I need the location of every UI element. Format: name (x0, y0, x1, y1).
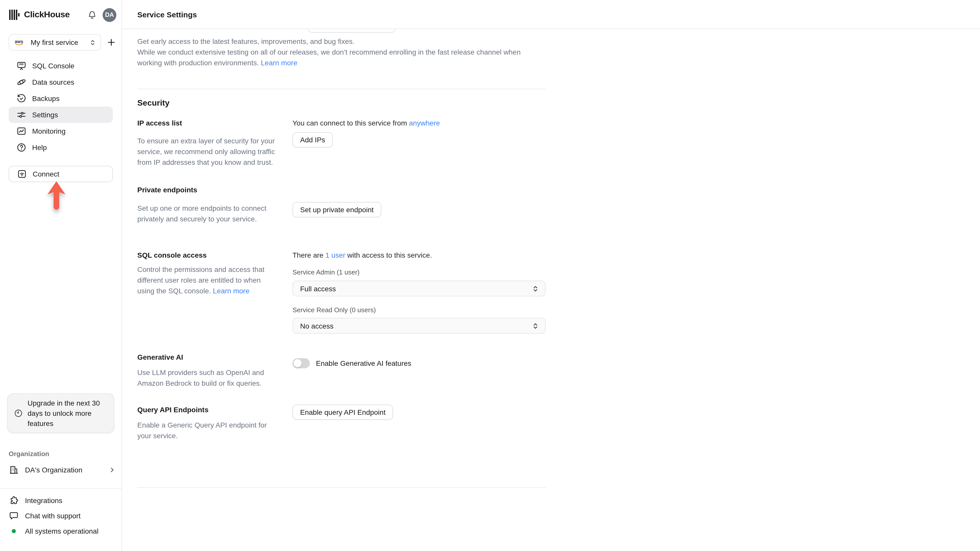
section-divider (137, 89, 546, 89)
footer-item-label: Chat with support (25, 512, 81, 520)
sidebar-item-label: Backups (32, 94, 59, 103)
footer-item-label: Integrations (25, 496, 62, 505)
chevron-right-icon (108, 466, 116, 474)
organization-switcher[interactable]: DA's Organization (9, 464, 116, 476)
plus-icon (106, 37, 116, 48)
puzzle-icon (9, 495, 19, 506)
sql-console-access-section: SQL console access Control the permissio… (137, 250, 546, 333)
sql-access-learn-more-link[interactable]: Learn more (213, 287, 249, 295)
status-label: All systems operational (25, 527, 99, 535)
ip-access-status: You can connect to this service from any… (293, 118, 546, 128)
sidebar-item-data-sources[interactable]: Data sources (9, 74, 113, 90)
sidebar-item-label: Monitoring (32, 127, 65, 135)
add-service-button[interactable] (106, 37, 116, 48)
avatar[interactable]: DA (103, 8, 116, 22)
sql-console-icon (16, 61, 27, 71)
service-admin-label: Service Admin (1 user) (293, 268, 546, 277)
sidebar-item-sql-console[interactable]: SQL Console (9, 58, 113, 74)
connect-label: Connect (33, 170, 59, 178)
user-count-link[interactable]: 1 user (325, 251, 345, 259)
main-panel: Service Settings Get early access to the… (122, 0, 980, 551)
brand-name: ClickHouse (24, 10, 70, 20)
private-endpoints-description: Set up one or more endpoints to connect … (137, 203, 276, 224)
monitoring-chart-icon (16, 126, 27, 136)
service-admin-select[interactable]: Full access (293, 281, 546, 297)
release-channel-summary: Get early access to the latest features,… (137, 36, 546, 47)
sql-console-access-title: SQL console access (137, 250, 276, 260)
bell-icon (87, 10, 97, 20)
clickhouse-logo-icon (9, 9, 20, 21)
setup-private-endpoint-button[interactable]: Set up private endpoint (293, 202, 381, 218)
tutorial-arrow-annotation (47, 181, 66, 212)
sidebar-item-settings[interactable]: Settings (9, 106, 113, 123)
backups-icon (16, 94, 27, 103)
query-api-description: Enable a Generic Query API endpoint for … (137, 420, 276, 441)
sidebar-item-backups[interactable]: Backups (9, 90, 113, 106)
sidebar-footer: Integrations Chat with support All syste… (0, 489, 121, 551)
settings-sliders-icon (16, 110, 27, 120)
sql-console-access-description: Control the permissions and access that … (137, 264, 276, 297)
chevron-up-down-icon (89, 38, 97, 46)
sql-access-status: There are 1 user with access to this ser… (293, 250, 546, 260)
enable-query-api-button[interactable]: Enable query API Endpoint (293, 405, 393, 420)
help-icon (16, 142, 27, 152)
service-readonly-label: Service Read Only (0 users) (293, 306, 546, 315)
upgrade-notice-text: Upgrade in the next 30 days to unlock mo… (27, 398, 109, 429)
chevron-up-down-icon (531, 285, 539, 293)
generative-ai-section: Generative AI Use LLM providers such as … (137, 352, 546, 389)
app-window: ClickHouse DA aws (0, 0, 980, 551)
sidebar-item-label: Settings (32, 111, 58, 119)
sidebar-item-help[interactable]: Help (9, 139, 113, 156)
data-sources-icon (16, 77, 27, 87)
security-heading: Security (137, 98, 546, 108)
ip-access-description: To ensure an extra layer of security for… (137, 136, 276, 168)
private-endpoints-title: Private endpoints (137, 185, 276, 195)
service-admin-value: Full access (300, 284, 336, 292)
chevron-up-down-icon (531, 322, 539, 330)
chat-bubble-icon (9, 511, 19, 521)
upgrade-notice-card[interactable]: Upgrade in the next 30 days to unlock mo… (7, 393, 115, 433)
generative-ai-toggle-label: Enable Generative AI features (316, 359, 411, 367)
sidebar-nav: SQL Console Data sources (0, 58, 121, 156)
svg-text:aws: aws (15, 39, 23, 44)
generative-ai-title: Generative AI (137, 352, 276, 362)
service-selector[interactable]: aws My first service (9, 34, 101, 51)
page-title: Service Settings (137, 10, 197, 19)
page-header: Service Settings (122, 0, 980, 29)
sidebar-item-integrations[interactable]: Integrations (0, 493, 121, 508)
aws-logo-icon: aws (14, 38, 27, 46)
toggle-knob (293, 359, 302, 367)
private-endpoints-section: Private endpoints Set up one or more end… (137, 185, 546, 224)
sidebar-item-chat-support[interactable]: Chat with support (0, 508, 121, 524)
ip-access-title: IP access list (137, 118, 276, 128)
organization-section-label: Organization (9, 450, 121, 457)
organization-building-icon (9, 465, 19, 475)
sidebar-item-label: Help (32, 143, 47, 151)
status-green-dot (9, 529, 19, 533)
sidebar-item-label: SQL Console (32, 62, 75, 70)
generative-ai-toggle-row: Enable Generative AI features (293, 358, 546, 368)
add-ips-button[interactable]: Add IPs (293, 132, 333, 148)
release-learn-more-link[interactable]: Learn more (261, 59, 298, 67)
logo-row: ClickHouse DA (9, 8, 116, 22)
service-readonly-value: No access (300, 322, 334, 330)
organization-name: DA's Organization (25, 466, 102, 474)
ip-access-section: IP access list To ensure an extra layer … (137, 118, 546, 168)
anywhere-link[interactable]: anywhere (409, 119, 440, 127)
system-status[interactable]: All systems operational (0, 524, 121, 539)
notifications-button[interactable] (87, 10, 97, 20)
sidebar-item-monitoring[interactable]: Monitoring (9, 123, 113, 139)
query-api-title: Query API Endpoints (137, 405, 276, 415)
service-row: aws My first service (9, 34, 116, 51)
release-channel-warning: While we conduct extensive testing on al… (137, 47, 546, 68)
connect-icon (17, 169, 27, 179)
service-readonly-select[interactable]: No access (293, 318, 546, 333)
sidebar: ClickHouse DA aws (0, 0, 122, 551)
clock-icon (14, 409, 23, 418)
section-divider (137, 487, 546, 488)
generative-ai-toggle[interactable] (293, 358, 310, 368)
settings-content: Get early access to the latest features,… (122, 29, 546, 488)
connect-button[interactable]: Connect (9, 166, 113, 182)
generative-ai-description: Use LLM providers such as OpenAI and Ama… (137, 367, 276, 389)
sidebar-item-label: Data sources (32, 78, 74, 86)
